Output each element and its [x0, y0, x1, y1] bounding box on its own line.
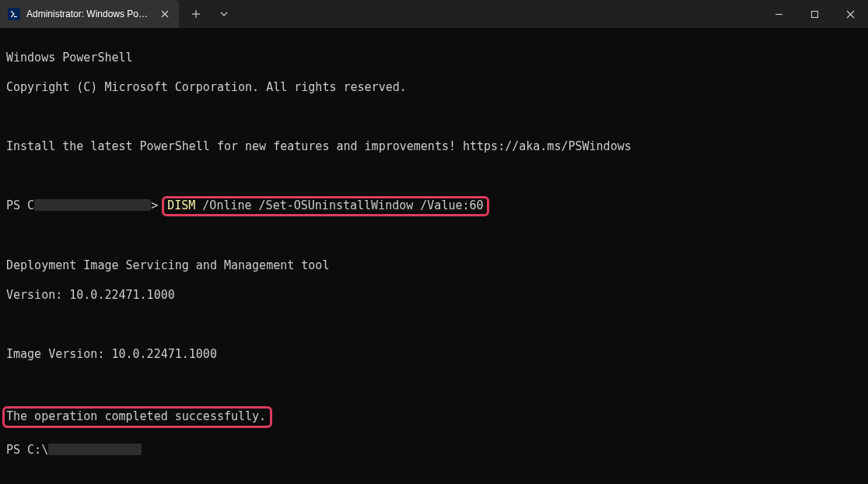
minimize-button[interactable] — [761, 0, 796, 28]
tab-title: Administrator: Windows PowerS — [26, 9, 151, 19]
blank-line — [6, 377, 862, 391]
blank-line — [6, 169, 862, 184]
chevron-down-icon — [219, 9, 229, 19]
new-tab-button[interactable] — [184, 3, 208, 25]
powershell-icon — [8, 8, 20, 20]
banner-line: Windows PowerShell — [6, 51, 862, 65]
window-controls — [761, 0, 868, 28]
blank-line — [6, 229, 862, 244]
dism-command: DISM — [167, 198, 195, 212]
terminal-window: Administrator: Windows PowerS — [0, 0, 868, 484]
highlight-box-success: The operation completed successfully. — [2, 406, 272, 428]
blank-line — [6, 110, 862, 125]
success-line: The operation completed successfully. — [6, 406, 862, 428]
close-icon — [161, 10, 169, 18]
command-line-1: PS C> DISM /Online /Set-OSUninstallWindo… — [6, 198, 862, 214]
tab-controls — [179, 0, 236, 28]
highlight-box-command: DISM /Online /Set-OSUninstallWindow /Val… — [162, 196, 488, 216]
output-line: Deployment Image Servicing and Managemen… — [6, 258, 862, 273]
redacted-path — [34, 199, 151, 211]
install-msg-line: Install the latest PowerShell for new fe… — [6, 139, 862, 154]
output-line: Image Version: 10.0.22471.1000 — [6, 347, 862, 362]
tab-close-button[interactable] — [159, 8, 171, 20]
command-line-2: PS C:\ — [6, 443, 862, 458]
tab-dropdown-button[interactable] — [212, 3, 236, 25]
tab-powershell[interactable]: Administrator: Windows PowerS — [0, 0, 179, 28]
copyright-line: Copyright (C) Microsoft Corporation. All… — [6, 80, 862, 95]
window-close-icon — [846, 10, 855, 19]
maximize-icon — [810, 10, 819, 19]
titlebar[interactable]: Administrator: Windows PowerS — [0, 0, 868, 28]
plus-icon — [191, 9, 201, 19]
window-close-button[interactable] — [832, 0, 868, 28]
dism-args: /Online /Set-OSUninstallWindow /Value:60 — [195, 198, 483, 212]
blank-line — [6, 317, 862, 332]
prompt-prefix: PS C — [6, 198, 34, 212]
maximize-button[interactable] — [796, 0, 832, 28]
success-text: The operation completed successfully. — [6, 409, 266, 423]
redacted-path — [48, 444, 142, 455]
minimize-icon — [775, 10, 783, 19]
terminal-output[interactable]: Windows PowerShell Copyright (C) Microso… — [0, 28, 868, 484]
svg-rect-6 — [811, 11, 817, 17]
output-line: Version: 10.0.22471.1000 — [6, 288, 862, 303]
prompt2-prefix: PS C:\ — [6, 443, 48, 457]
